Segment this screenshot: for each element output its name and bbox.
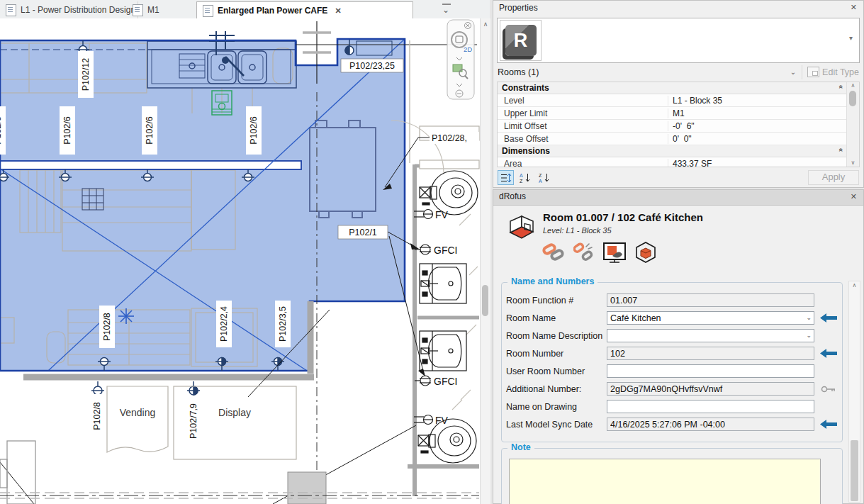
selection-label[interactable]: Rooms (1) xyxy=(498,67,790,77)
field-room-function: Room Function # xyxy=(506,291,838,309)
group-header-constraints[interactable]: Constraints « xyxy=(498,82,847,94)
gfci-outlet[interactable] xyxy=(415,245,431,254)
properties-grid: Constraints « Level L1 - Block 35 Upper … xyxy=(497,82,860,167)
property-value[interactable]: 0' 0" xyxy=(668,134,847,144)
properties-footer: AZ ZA Apply xyxy=(493,167,863,185)
scrollbar-thumb[interactable] xyxy=(482,285,488,316)
chevron-down-icon[interactable]: ▾ xyxy=(849,34,853,42)
property-value[interactable]: 433.37 SF xyxy=(668,159,847,168)
tab-m1[interactable]: M1 xyxy=(127,1,207,18)
show-on-screen-icon[interactable] xyxy=(602,242,627,263)
note-textarea[interactable] xyxy=(509,459,821,504)
fv-outlet[interactable] xyxy=(414,415,433,425)
match-lines xyxy=(0,493,479,498)
last-model-sync-input[interactable] xyxy=(607,418,814,431)
svg-text:A: A xyxy=(520,173,523,178)
scroll-up-icon[interactable]: ∧ xyxy=(847,82,859,89)
tag-p102-7-9: P102/7,9 xyxy=(189,403,198,439)
gfci-outlet[interactable] xyxy=(415,376,431,386)
field-room-name: Room Name ⌄ xyxy=(506,309,838,327)
room-name-description-combobox[interactable] xyxy=(607,329,814,342)
collapse-icon[interactable]: « xyxy=(838,85,846,89)
name-on-drawing-input[interactable] xyxy=(607,400,814,413)
sync-from-drofus-arrow-icon[interactable] xyxy=(814,420,843,429)
scroll-up-icon[interactable]: ∧ xyxy=(849,281,860,290)
tag-p102-23-25: P102/23,25 xyxy=(349,61,395,71)
close-icon[interactable]: ✕ xyxy=(851,3,857,12)
scroll-up-icon[interactable]: ∧ xyxy=(481,18,490,28)
sync-from-drofus-arrow-icon[interactable] xyxy=(814,349,843,358)
chevron-down-icon[interactable]: ⌄ xyxy=(790,68,796,76)
properties-scrollbar[interactable]: ∧ ∨ xyxy=(846,82,859,167)
view-document-icon xyxy=(133,4,143,16)
tag-p102-12: P102/12 xyxy=(81,58,91,91)
tag-p102-28: P102/28, xyxy=(432,133,467,143)
property-value[interactable]: L1 - Block 35 xyxy=(668,96,847,106)
tab-l1-power-distribution[interactable]: L1 - Power Distribution Design - Bl... xyxy=(0,1,138,18)
drawing-area: L1 - Power Distribution Design - Bl... M… xyxy=(0,0,490,504)
scrollbar-thumb[interactable] xyxy=(851,440,858,501)
tab-close-icon[interactable]: ✕ xyxy=(335,6,341,16)
drofus-body: Room 01.007 / 102 Café Kitchen Level: L1… xyxy=(493,206,863,504)
tab-label: L1 - Power Distribution Design - Bl... xyxy=(21,5,138,15)
bottom-left-room xyxy=(0,441,35,504)
gfci-label: GFCI xyxy=(434,245,457,256)
tab-enlarged-plan-power-cafe[interactable]: Enlarged Plan Power CAFE ✕ xyxy=(196,1,413,19)
tab-label: Enlarged Plan Power CAFE xyxy=(218,6,327,16)
revit-window: { "icons": { "close": "✕", "chevron_down… xyxy=(0,0,864,504)
navigation-bar[interactable]: 2D xyxy=(447,20,474,99)
field-last-model-sync: Last Model Sync Date xyxy=(506,415,838,433)
sort-ascending-button[interactable]: AZ xyxy=(517,170,533,185)
unlink-icon[interactable] xyxy=(573,242,595,262)
collapse-icon[interactable]: « xyxy=(838,148,846,152)
drofus-room-icon xyxy=(506,214,537,250)
close-icon[interactable]: ✕ xyxy=(851,192,857,201)
note-group: Note xyxy=(501,448,843,504)
property-row-upper-limit: Upper Limit M1 xyxy=(498,107,847,120)
tab-list-dropdown-icon[interactable]: ⌄ xyxy=(442,4,451,14)
sort-descending-button[interactable]: ZA xyxy=(536,170,552,185)
property-value[interactable]: M1 xyxy=(668,108,847,118)
tag-p102-8: P102/8 xyxy=(102,313,112,341)
additional-number-input[interactable] xyxy=(607,382,814,396)
property-value[interactable]: -0' 6" xyxy=(668,121,847,131)
drofus-scrollbar[interactable]: ∧ xyxy=(848,281,860,503)
fv-outlet[interactable] xyxy=(414,210,433,219)
scroll-down-icon[interactable]: ∨ xyxy=(847,159,859,167)
room-name-combobox[interactable] xyxy=(607,311,814,325)
tag-p102-3-5: P102/3,5 xyxy=(278,306,288,342)
fv-label: FV xyxy=(435,209,449,220)
link-icon[interactable] xyxy=(542,242,566,262)
sort-default-button[interactable] xyxy=(498,170,514,185)
drofus-toolbar xyxy=(542,241,657,264)
drawing-canvas[interactable]: FV GFCI GFCI FV xyxy=(0,18,480,504)
type-selector[interactable]: R ▾ xyxy=(497,18,860,63)
room-number-input[interactable] xyxy=(607,347,814,360)
display-label: Display xyxy=(218,407,251,418)
room-function-input[interactable] xyxy=(607,293,814,307)
group-header-dimensions[interactable]: Dimensions « xyxy=(498,145,847,157)
show-in-3d-icon[interactable] xyxy=(634,241,657,264)
properties-title: Properties ✕ xyxy=(493,1,863,17)
tag-p102-1: P102/1 xyxy=(349,228,377,237)
property-row-area: Area 433.37 SF xyxy=(498,157,847,167)
apply-button[interactable]: Apply xyxy=(808,170,859,185)
drofus-titlebar: dRofus ✕ xyxy=(493,190,863,206)
vending-label: Vending xyxy=(120,407,156,418)
user-room-number-input[interactable] xyxy=(607,364,814,378)
sync-from-drofus-arrow-icon[interactable] xyxy=(814,313,843,323)
property-row-limit-offset: Limit Offset -0' 6" xyxy=(498,120,847,133)
tag-p102-6: P102/6 xyxy=(0,116,3,145)
structural-column xyxy=(288,472,326,504)
field-room-number: Room Number xyxy=(506,345,838,362)
tag-p102-6: P102/6 xyxy=(249,116,259,145)
group-title: Note xyxy=(507,442,534,452)
scrollbar-thumb[interactable] xyxy=(849,91,856,106)
plan-canvas-wrap: FV GFCI GFCI FV xyxy=(0,18,480,504)
edit-type-button[interactable]: Edit Type xyxy=(802,65,859,79)
svg-text:Z: Z xyxy=(520,179,523,183)
canvas-vertical-scrollbar[interactable]: ∧ xyxy=(480,18,490,504)
tag-p102-8: P102/8 xyxy=(92,402,102,430)
key-icon xyxy=(814,385,843,393)
field-user-room-number: User Room Number xyxy=(506,362,838,380)
